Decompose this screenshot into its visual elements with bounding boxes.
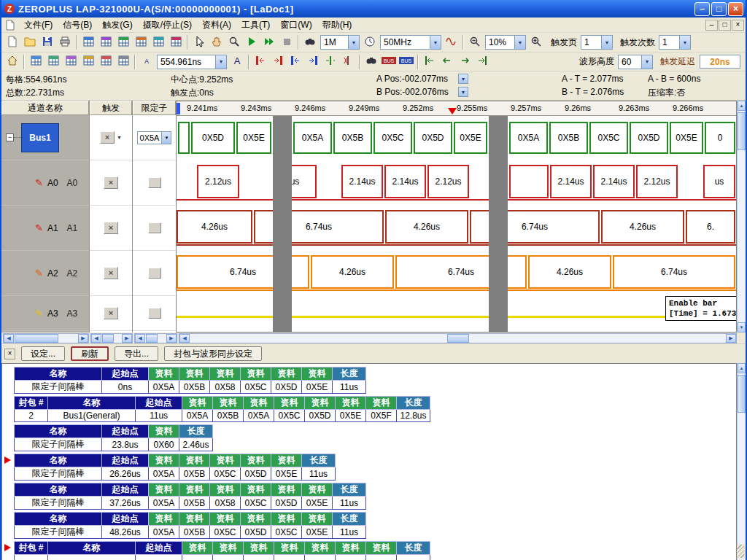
- show-grid-button[interactable]: [27, 54, 44, 70]
- bus-value-segment[interactable]: 0X5D: [191, 122, 235, 154]
- packet-value-cell[interactable]: 0X5B: [179, 381, 210, 394]
- scroll-up-icon[interactable]: ▲: [738, 101, 746, 111]
- b-pos-dropdown-arrow[interactable]: ▼: [458, 87, 468, 97]
- packet-value-cell[interactable]: 限定子间隔棒: [15, 438, 102, 451]
- qualifier-button[interactable]: [148, 268, 161, 279]
- zoom-combo[interactable]: 10%▼: [485, 35, 526, 50]
- scroll-down-icon[interactable]: ▼: [738, 322, 746, 332]
- scroll-track[interactable]: [101, 334, 122, 343]
- packet-value-cell[interactable]: [244, 555, 274, 560]
- menu-item-2[interactable]: 触发(G): [97, 18, 137, 33]
- next-transition-button[interactable]: [456, 54, 473, 70]
- packet-settings-button[interactable]: 设定...: [21, 346, 65, 361]
- scroll-thumb[interactable]: [738, 112, 746, 150]
- prev-transition-button[interactable]: [438, 54, 456, 70]
- channel-names-hscrollbar[interactable]: ◀ ▶: [3, 333, 89, 343]
- qualifier-button[interactable]: [148, 177, 161, 188]
- scroll-thumb[interactable]: [146, 334, 158, 343]
- trigger-condition-button[interactable]: ×: [104, 307, 118, 319]
- wave-height-combo[interactable]: 60▼: [618, 55, 653, 69]
- packet-value-cell[interactable]: 0X5C: [241, 497, 271, 510]
- menu-item-7[interactable]: 帮助(H): [317, 18, 357, 33]
- add-bar-button[interactable]: [322, 54, 339, 70]
- packet-value-cell[interactable]: 限定子间隔棒: [15, 467, 102, 481]
- b-bar-right-button[interactable]: [304, 54, 322, 70]
- packet-value-cell[interactable]: 0X5A: [149, 497, 179, 510]
- packet-value-cell[interactable]: 0X5C: [241, 381, 271, 394]
- combo-arrow-icon[interactable]: ▼: [641, 55, 652, 69]
- child-minimize-button[interactable]: –: [705, 20, 718, 31]
- channel-row-a0[interactable]: ✎A0A0: [1, 160, 89, 206]
- packet-value-cell[interactable]: 0ns: [102, 381, 149, 394]
- tree-collapse-button[interactable]: −: [6, 133, 14, 141]
- menu-item-6[interactable]: 窗口(W): [275, 18, 317, 33]
- bus-value-segment[interactable]: [178, 122, 190, 154]
- packet-value-cell[interactable]: 限定子间隔棒: [15, 497, 102, 510]
- trigger-hscrollbar[interactable]: ◀ ▶: [90, 333, 133, 343]
- bus-value-segment[interactable]: 0X5B: [333, 122, 372, 154]
- combo-arrow-icon[interactable]: ▼: [348, 36, 359, 49]
- clock-rate-button[interactable]: [361, 34, 379, 50]
- b-bar-left-button[interactable]: [287, 54, 304, 70]
- find-button[interactable]: [363, 54, 380, 70]
- packet-list-button[interactable]: [62, 54, 80, 70]
- packet-refresh-button[interactable]: 刷新: [71, 346, 109, 361]
- packet-value-cell[interactable]: 2: [15, 410, 48, 422]
- run-button[interactable]: [243, 34, 260, 50]
- packet-value-cell[interactable]: 0X5E: [302, 497, 333, 510]
- scroll-track[interactable]: [738, 373, 746, 560]
- packet-value-cell[interactable]: 0X5F: [366, 410, 397, 422]
- packet-value-cell[interactable]: 0X60: [149, 438, 179, 451]
- a-pos-dropdown-arrow[interactable]: ▼: [458, 74, 468, 84]
- packet-value-cell[interactable]: 0X5C: [271, 526, 302, 539]
- panel-close-button[interactable]: ×: [4, 349, 15, 359]
- combo-arrow-icon[interactable]: ▼: [514, 36, 525, 49]
- minimize-button[interactable]: –: [694, 2, 710, 16]
- waveform-view-button[interactable]: [80, 34, 97, 50]
- close-button[interactable]: ×: [728, 2, 743, 16]
- packet-value-cell[interactable]: 0X5D: [271, 381, 302, 394]
- channel-row-a3[interactable]: ✎A3A3: [1, 296, 89, 331]
- repeat-run-button[interactable]: [260, 34, 278, 50]
- trigger-dropdown-arrow[interactable]: ▼: [117, 135, 122, 140]
- packet-value-cell[interactable]: 0X5D: [305, 410, 336, 422]
- packet-value-cell[interactable]: 0X5B: [213, 410, 244, 422]
- export-data-button[interactable]: [80, 54, 97, 70]
- packet-value-cell[interactable]: 12.8us: [397, 410, 430, 422]
- stop-button[interactable]: [278, 34, 295, 50]
- packet-value-cell[interactable]: 11us: [333, 497, 366, 510]
- scroll-track[interactable]: [738, 111, 746, 322]
- trigger-count-combo[interactable]: 1▼: [659, 35, 691, 50]
- maximize-button[interactable]: □: [711, 2, 727, 16]
- scroll-thumb[interactable]: [15, 334, 58, 343]
- combo-arrow-icon[interactable]: ▼: [161, 132, 171, 144]
- a-bar-left-button[interactable]: [252, 54, 269, 70]
- font-small-button[interactable]: A: [138, 54, 155, 70]
- menu-item-4[interactable]: 资料(A): [197, 18, 236, 33]
- packet-value-cell[interactable]: [336, 555, 366, 560]
- packet-value-cell[interactable]: [274, 555, 305, 560]
- bus-value-segment[interactable]: 0X5C: [374, 122, 412, 154]
- packet-value-cell[interactable]: 0X5B: [179, 526, 210, 539]
- home-button[interactable]: [4, 54, 21, 70]
- packet-value-cell[interactable]: [48, 555, 136, 560]
- combo-arrow-icon[interactable]: ▼: [430, 36, 441, 49]
- packet-value-cell[interactable]: 0X5B: [179, 497, 210, 510]
- packet-value-cell[interactable]: 0X5C: [210, 526, 241, 539]
- select-tool-button[interactable]: [190, 34, 208, 50]
- menu-item-3[interactable]: 摄取/停止(S): [138, 18, 197, 33]
- packet-value-cell[interactable]: 0X5A: [149, 467, 179, 481]
- packet-value-cell[interactable]: 0X5A: [149, 381, 179, 394]
- packet-value-cell[interactable]: [213, 555, 244, 560]
- zoom-in-button[interactable]: [527, 34, 545, 50]
- bus-value-segment[interactable]: 0X5B: [549, 122, 588, 154]
- packet-value-cell[interactable]: 0X5E: [302, 526, 333, 539]
- scroll-thumb[interactable]: [738, 375, 746, 413]
- bus-value-segment[interactable]: 0X5D: [630, 122, 668, 154]
- data-list-button[interactable]: [44, 54, 62, 70]
- packet-value-cell[interactable]: 0X5C: [274, 410, 305, 422]
- signal-mode-button[interactable]: [443, 34, 460, 50]
- scroll-left-icon[interactable]: ◀: [91, 334, 101, 343]
- waveform-area[interactable]: 9.241ms9.243ms9.246ms9.249ms9.252ms9.255…: [176, 101, 737, 332]
- trigger-condition-button[interactable]: ×: [104, 176, 118, 189]
